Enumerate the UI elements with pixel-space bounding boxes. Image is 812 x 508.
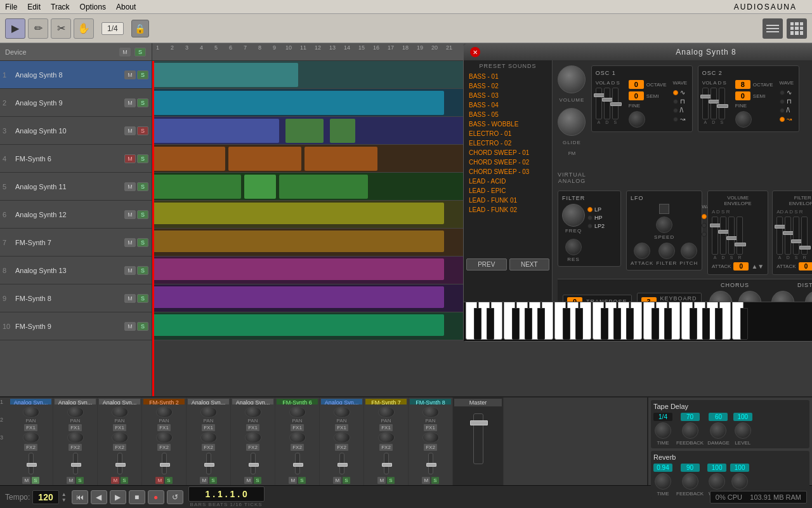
note-block-7[interactable] [152,231,444,252]
ch2-fader[interactable] [73,453,78,474]
ch5-fx1-btn[interactable]: FX1 [202,424,215,431]
track8-solo[interactable]: S [137,266,148,275]
preset-bass04[interactable]: BASS - 04 [466,100,549,110]
preset-lead-acid[interactable]: LEAD - ACID [466,177,549,186]
ch10-pan-knob[interactable] [422,406,439,418]
fenv-a-fader[interactable]: A [776,217,783,260]
osc2-s-fader[interactable]: S [719,88,725,124]
menu-hamburger[interactable] [763,18,783,39]
track-row-5[interactable]: 5 Analog Synth 11 M S [0,173,152,201]
note-block-6[interactable] [152,203,444,224]
tempo-down[interactable]: ▼ [62,497,67,503]
rv-width-value[interactable]: 100 [707,464,726,472]
preset-lead-funk01[interactable]: LEAD - FUNK 01 [466,196,549,205]
osc2-a-fader[interactable]: A [702,88,709,124]
ch1-fx-knob[interactable] [23,432,39,443]
osc2-wave-opt-2[interactable]: ⊓ [780,98,794,105]
ch4-fx1-btn[interactable]: FX1 [157,424,171,431]
ch6-fx2-btn[interactable]: FX2 [246,444,259,451]
ch10-fx1-btn[interactable]: FX1 [424,424,437,431]
ch8-fx2-btn[interactable]: FX2 [335,444,348,451]
preset-electro01[interactable]: ELECTRO - 01 [466,129,549,138]
key-black-0-3[interactable] [512,308,520,340]
snap-value[interactable]: 1/4 [102,22,124,35]
ch7-fader[interactable] [295,453,300,474]
track6-solo[interactable]: S [137,210,148,219]
ch7-solo-btn[interactable]: S [298,477,305,484]
lock-button[interactable]: 🔒 [131,20,149,37]
track7-solo[interactable]: S [137,238,148,247]
fenv-d-fader[interactable]: D [785,217,791,260]
td-damage-knob[interactable] [710,422,726,439]
ch3-fx-knob[interactable] [112,432,128,443]
osc1-semi-display[interactable]: 0 [629,91,644,100]
ch9-fx1-btn[interactable]: FX1 [379,424,393,431]
osc2-octave-display[interactable]: 8 [735,80,750,89]
key-black-2-3[interactable] [690,308,697,340]
preset-chord-sweep03[interactable]: CHORD SWEEP - 03 [466,167,549,177]
chorus-speed-knob[interactable] [738,291,761,302]
td-feedback-knob[interactable] [682,422,698,439]
ch8-fx1-btn[interactable]: FX1 [335,424,348,431]
preset-bass02[interactable]: BASS - 02 [466,81,549,91]
osc2-wave-opt-4[interactable]: ↝ [780,116,794,123]
key-black-3-0[interactable] [740,308,748,340]
hp-option[interactable]: HP [587,215,605,221]
ch1-solo-btn[interactable]: S [32,477,39,484]
ch6-solo-btn[interactable]: S [254,477,261,484]
preset-bass03[interactable]: BASS - 03 [466,91,549,100]
ch1-fx1-btn[interactable]: FX1 [24,424,37,431]
note-block-4b[interactable] [228,147,301,171]
track2-solo[interactable]: S [137,98,148,107]
ch7-fx2-btn[interactable]: FX2 [291,444,304,451]
track6-mute[interactable]: M [124,210,136,219]
wave-opt-1[interactable]: ∿ [673,89,688,96]
rv-level-value[interactable]: 100 [730,464,749,472]
preset-chord-sweep02[interactable]: CHORD SWEEP - 02 [466,157,549,167]
grid-view[interactable] [787,18,807,39]
ch3-fx2-btn[interactable]: FX2 [113,444,126,451]
track3-solo[interactable]: S [137,126,148,135]
rv-time-value[interactable]: 0.94 [653,464,672,472]
vol-a-fader[interactable]: A [596,88,602,124]
track-row-3[interactable]: 3 Analog Synth 10 M S [0,117,152,145]
volume-knob[interactable] [558,65,586,93]
key-black-2-4[interactable] [702,308,710,340]
track-row-2[interactable]: 2 Analog Synth 9 M S [0,89,152,117]
ch9-mute-btn[interactable]: M [377,477,386,484]
track10-solo[interactable]: S [137,322,148,331]
preset-lead-epic[interactable]: LEAD - EPIC [466,186,549,196]
track-row-7[interactable]: 7 FM-Synth 7 M S [0,229,152,257]
fenv-r-fader[interactable]: R [801,217,808,260]
note-block-5c[interactable] [279,175,368,199]
ch4-pan-knob[interactable] [156,406,173,418]
venv-s-fader[interactable]: S [728,217,735,260]
glide-knob[interactable] [558,108,586,136]
ch4-fader[interactable] [162,453,167,474]
td-level-knob[interactable] [735,422,751,439]
ch2-solo-btn[interactable]: S [76,477,83,484]
ch2-mute-btn[interactable]: M [67,477,75,484]
ch1-mute-btn[interactable]: M [22,477,30,484]
ch2-fx-knob[interactable] [67,432,84,443]
track-row-10[interactable]: 10 FM-Synth 9 M S [0,312,152,340]
preset-lead-funk02[interactable]: LEAD - FUNK 02 [466,205,549,215]
pencil-tool[interactable]: ✏ [28,18,48,39]
lfo-filter-knob[interactable] [658,243,675,259]
ch6-fx1-btn[interactable]: FX1 [246,424,259,431]
td-damage-value[interactable]: 60 [709,413,728,421]
tempo-value[interactable]: 120 [32,490,58,504]
note-block-3a[interactable] [152,119,279,143]
preset-prev-button[interactable]: PREV [466,258,507,271]
track4-solo[interactable]: S [137,154,148,163]
key-black-1-1[interactable] [575,308,583,340]
eraser-tool[interactable]: ✂ [51,18,71,39]
ch10-mute-btn[interactable]: M [422,477,430,484]
td-time-knob[interactable] [655,422,671,439]
osc1-fine-knob[interactable] [629,111,645,128]
play-button[interactable]: ▶ [110,490,126,504]
track2-mute[interactable]: M [124,98,136,107]
ch8-fx-knob[interactable] [334,432,350,443]
preset-bass01[interactable]: BASS - 01 [466,72,549,81]
td-feedback-value[interactable]: 70 [681,413,700,421]
